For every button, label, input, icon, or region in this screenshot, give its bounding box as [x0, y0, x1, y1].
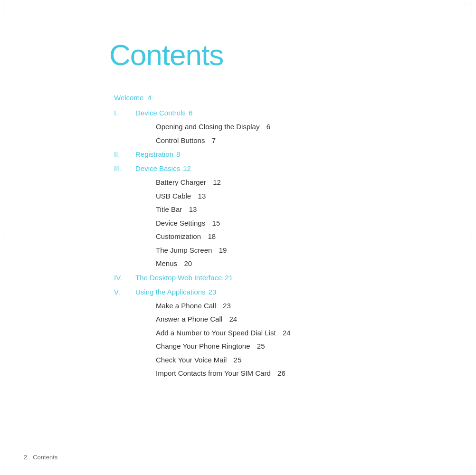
footer-label: Contents: [33, 454, 57, 461]
footer-page-number: 2: [24, 454, 27, 461]
sub-3-1-page: 13: [198, 190, 206, 203]
toc-section-4: IV. The Desktop Web Interface 21: [114, 271, 432, 285]
section-5-title: Using the Applications: [135, 285, 206, 299]
sub-3-0-title: Battery Charger: [156, 176, 206, 190]
page-title: Contents: [109, 38, 432, 72]
side-mark-left: [4, 233, 4, 242]
welcome-page: 4: [148, 94, 152, 102]
toc-sub-3-4: Customization 18: [156, 230, 432, 244]
toc-sub-1-0: Opening and Closing the Display 6: [156, 120, 432, 134]
section-5-page: 23: [209, 285, 217, 299]
section-4-page: 21: [225, 271, 233, 285]
section-2-page: 8: [176, 147, 180, 162]
toc-sub-3-5: The Jump Screen 19: [156, 244, 432, 257]
corner-mark-bottom-right: [463, 462, 472, 471]
corner-mark-bottom-left: [4, 462, 13, 471]
sub-3-2-page: 13: [189, 203, 197, 217]
section-4-title: The Desktop Web Interface: [135, 271, 222, 285]
sub-3-3-page: 15: [212, 217, 220, 230]
toc-sub-5-0: Make a Phone Call 23: [156, 299, 432, 313]
sub-1-1-page: 7: [212, 134, 216, 148]
welcome-label: Welcome: [114, 94, 143, 102]
sub-5-4-title: Check Your Voice Mail: [156, 353, 227, 367]
toc-sub-1-1: Control Buttons 7: [156, 134, 432, 148]
sub-5-1-title: Answer a Phone Call: [156, 313, 222, 326]
section-5-num: V.: [114, 285, 135, 299]
sub-5-4-page: 25: [234, 353, 242, 367]
toc-sub-3-6: Menus 20: [156, 257, 432, 271]
toc-sub-3: Battery Charger 12 USB Cable 13 Title Ba…: [114, 176, 432, 271]
section-3-page: 12: [183, 162, 191, 176]
toc-section-5: V. Using the Applications 23: [114, 285, 432, 299]
sub-1-1-title: Control Buttons: [156, 134, 205, 148]
sub-3-0-page: 12: [213, 176, 221, 190]
sub-3-2-title: Title Bar: [156, 203, 182, 217]
sub-5-1-page: 24: [229, 313, 237, 326]
toc-sub-3-3: Device Settings 15: [156, 217, 432, 230]
sub-3-3-title: Device Settings: [156, 217, 205, 230]
section-2-num: II.: [114, 147, 135, 162]
sub-5-2-page: 24: [283, 326, 291, 340]
toc-welcome-item: Welcome 4: [114, 91, 432, 105]
section-2-title: Registration: [135, 147, 173, 162]
toc-sub-3-2: Title Bar 13: [156, 203, 432, 217]
sub-3-5-title: The Jump Screen: [156, 244, 212, 257]
section-1-num: I.: [114, 106, 135, 120]
toc-sub-5: Make a Phone Call 23 Answer a Phone Call…: [114, 299, 432, 380]
sub-3-4-title: Customization: [156, 230, 201, 244]
sub-5-3-title: Change Your Phone Ringtone: [156, 340, 250, 353]
corner-mark-top-right: [463, 4, 472, 13]
toc-section-1: I. Device Controls 6: [114, 106, 432, 120]
sub-3-1-title: USB Cable: [156, 190, 191, 203]
toc-sub-5-2: Add a Number to Your Speed Dial List 24: [156, 326, 432, 340]
section-3-title: Device Basics: [135, 162, 180, 176]
section-1-title: Device Controls: [135, 106, 186, 120]
toc-sub-1: Opening and Closing the Display 6 Contro…: [114, 120, 432, 147]
section-1-page: 6: [189, 106, 192, 120]
sub-5-3-page: 25: [257, 340, 265, 353]
sub-5-0-title: Make a Phone Call: [156, 299, 216, 313]
sub-5-0-page: 23: [223, 299, 231, 313]
toc-sub-5-4: Check Your Voice Mail 25: [156, 353, 432, 367]
sub-5-5-page: 26: [277, 367, 286, 380]
sub-3-6-title: Menus: [156, 257, 177, 271]
page-content: Contents Welcome 4 I. Device Controls 6 …: [109, 38, 432, 380]
toc-section-2: II. Registration 8: [114, 147, 432, 162]
sub-5-5-title: Import Contacts from Your SIM Card: [156, 367, 271, 380]
sub-5-2-title: Add a Number to Your Speed Dial List: [156, 326, 276, 340]
footer: 2 Contents: [24, 454, 57, 461]
toc-sub-5-1: Answer a Phone Call 24: [156, 313, 432, 326]
corner-mark-top-left: [4, 4, 13, 13]
sub-3-5-page: 19: [219, 244, 227, 257]
toc-section-3: III. Device Basics 12: [114, 162, 432, 176]
side-mark-right: [472, 233, 472, 242]
toc-container: Welcome 4 I. Device Controls 6 Opening a…: [109, 91, 432, 380]
sub-3-4-page: 18: [208, 230, 216, 244]
section-3-num: III.: [114, 162, 135, 176]
toc-sub-5-3: Change Your Phone Ringtone 25: [156, 340, 432, 353]
toc-sub-3-1: USB Cable 13: [156, 190, 432, 203]
toc-sub-3-0: Battery Charger 12: [156, 176, 432, 190]
section-4-num: IV.: [114, 271, 135, 285]
toc-sub-5-5: Import Contacts from Your SIM Card 26: [156, 367, 432, 380]
sub-3-6-page: 20: [184, 257, 192, 271]
sub-1-0-title: Opening and Closing the Display: [156, 120, 259, 134]
sub-1-0-page: 6: [267, 120, 270, 134]
